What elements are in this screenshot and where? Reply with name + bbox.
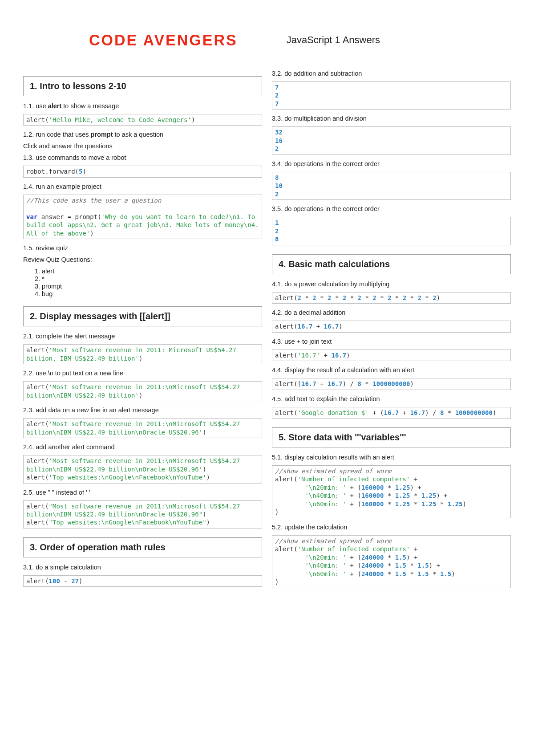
code-4-4: alert((16.7 + 16.7) / 8 * 1000000000) (272, 378, 511, 390)
item-4-3: 4.3. use + to join text (272, 338, 511, 345)
item-idx: 2.3. (23, 406, 34, 414)
item-4-5: 4.5. add text to explain the calculation (272, 395, 511, 402)
item-idx: 2.1. (23, 333, 34, 340)
item-body: review quiz (36, 244, 68, 252)
item-4-2: 4.2. do a decimal addition (272, 309, 511, 316)
item-idx: 5.1. (272, 454, 283, 461)
code-2-5: alert("Most software revenue in 2011:\nM… (23, 500, 262, 528)
code-4-5: alert('Google donation $' + (16.7 + 16.7… (272, 407, 511, 419)
section-3-title: 3. Order of operation math rules (23, 537, 262, 557)
item-body: do multiplication and division (284, 115, 367, 122)
section-1-title: 1. Intro to lessons 2-10 (23, 76, 262, 96)
item-body: do addition and subtraction (284, 70, 362, 77)
item-body: use commands to move a robot (36, 154, 126, 161)
page-title: JavaScript 1 Answers (287, 34, 380, 46)
item-1-1: 1.1. use alert to show a message (23, 102, 262, 110)
item-4-1: 4.1. do a power calculation by multiplyi… (272, 280, 511, 288)
item-idx: 5.2. (272, 524, 283, 531)
item-2-3: 2.3. add data on a new line in an alert … (23, 406, 262, 414)
item-idx: 3.2. (272, 70, 283, 77)
item-body: do a decimal addition (284, 309, 345, 316)
note-1-2: Click and answer the questions (23, 142, 262, 150)
right-column: 3.2. do addition and subtraction 7 2 7 3… (272, 67, 511, 593)
note-1-5: Review Quiz Questions: (23, 256, 262, 263)
item-idx: 4.1. (272, 280, 283, 288)
item-idx: 1.4. (23, 183, 34, 190)
item-1-2: 1.2. run code that uses prompt to ask a … (23, 131, 262, 138)
item-3-5: 3.5. do operations in the correct order (272, 205, 511, 212)
code-4-2: alert(16.7 + 16.7) (272, 321, 511, 332)
code-4-3: alert('16.7' + 16.7) (272, 350, 511, 361)
item-idx: 4.2. (272, 309, 283, 316)
item-idx: 3.3. (272, 115, 283, 122)
code-1-3: robot.forward(5) (23, 166, 262, 177)
item-idx: 1.1. (23, 102, 34, 110)
output-3-4: 8 10 2 (272, 172, 511, 200)
code-2-3: alert('Most software revenue in 2011:\nM… (23, 418, 262, 438)
code-2-1: alert('Most software revenue in 2011: Mi… (23, 344, 262, 364)
item-idx: 2.4. (23, 443, 34, 451)
output-3-2: 7 2 7 (272, 81, 511, 110)
item-2-2: 2.2. use \n to put text on a new line (23, 370, 262, 377)
section-2-title: 2. Display messages with [[alert]] (23, 306, 262, 326)
item-2-1: 2.1. complete the alert message (23, 333, 262, 340)
item-body: complete the alert message (36, 333, 115, 340)
item-3-4: 3.4. do operations in the correct order (272, 160, 511, 167)
item-idx: 2.2. (23, 370, 34, 377)
code-1-1: alert('Hello Mike, welcome to Code Aveng… (23, 114, 262, 126)
item-body: add text to explain the calculation (284, 395, 380, 402)
item-1-5: 1.5. review quiz (23, 244, 262, 252)
item-idx: 3.5. (272, 205, 283, 212)
quiz-list: alert * prompt bug (42, 268, 262, 297)
item-body: use + to join text (284, 338, 332, 345)
item-1-3: 1.3. use commands to move a robot (23, 154, 262, 161)
item-idx: 3.4. (272, 160, 283, 167)
item-body: run code that uses prompt to ask a quest… (36, 131, 163, 138)
item-2-5: 2.5. use " " instead of ' ' (23, 489, 262, 496)
quiz-item: * (42, 275, 262, 282)
item-body: do a power calculation by multiplying (284, 280, 389, 288)
brand-logo: CODE AVENGERS (89, 31, 238, 49)
item-idx: 1.3. (23, 154, 34, 161)
item-3-2: 3.2. do addition and subtraction (272, 70, 511, 77)
code-5-1: //show estimated spread of worm alert('N… (272, 465, 511, 518)
code-1-4: //This code asks the user a question var… (23, 195, 262, 239)
item-idx: 1.5. (23, 244, 34, 252)
item-body: display calculation results with an aler… (284, 454, 394, 461)
item-body: display the result of a calculation with… (284, 366, 414, 374)
item-1-4: 1.4. run an example project (23, 183, 262, 190)
item-body: use " " instead of ' ' (36, 489, 90, 496)
item-body: use \n to put text on a new line (36, 370, 123, 377)
code-2-4: alert('Most software revenue in 2011:\nM… (23, 455, 262, 483)
quiz-item: bug (42, 290, 262, 297)
item-3-1: 3.1. do a simple calculation (23, 564, 262, 571)
section-5-title: 5. Store data with '''variables''' (272, 427, 511, 447)
item-5-1: 5.1. display calculation results with an… (272, 454, 511, 461)
item-idx: 3.1. (23, 564, 34, 571)
item-body: update the calculation (284, 524, 347, 531)
item-2-4: 2.4. add another alert command (23, 443, 262, 451)
item-idx: 4.5. (272, 395, 283, 402)
item-body: add another alert command (36, 443, 114, 451)
content-columns: 1. Intro to lessons 2-10 1.1. use alert … (23, 67, 511, 593)
output-3-5: 1 2 8 (272, 217, 511, 245)
code-2-2: alert('Most software revenue in 2011:\nM… (23, 381, 262, 401)
item-body: run an example project (36, 183, 101, 190)
item-idx: 4.4. (272, 366, 283, 374)
item-4-4: 4.4. display the result of a calculation… (272, 366, 511, 374)
section-4-title: 4. Basic math calculations (272, 254, 511, 274)
quiz-item: prompt (42, 283, 262, 290)
item-body: do a simple calculation (36, 564, 101, 571)
item-body: do operations in the correct order (284, 160, 380, 167)
item-3-3: 3.3. do multiplication and division (272, 115, 511, 122)
output-3-3: 32 16 2 (272, 126, 511, 154)
quiz-item: alert (42, 268, 262, 275)
code-4-1: alert(2 * 2 * 2 * 2 * 2 * 2 * 2 * 2 * 2 … (272, 292, 511, 304)
page-header: CODE AVENGERS JavaScript 1 Answers (89, 31, 511, 49)
code-3-1: alert(100 - 27) (23, 575, 262, 587)
item-body: do operations in the correct order (284, 205, 380, 212)
item-body: add data on a new line in an alert messa… (36, 406, 159, 414)
item-body: use alert to show a message (36, 102, 119, 110)
item-5-2: 5.2. update the calculation (272, 524, 511, 531)
item-idx: 4.3. (272, 338, 283, 345)
